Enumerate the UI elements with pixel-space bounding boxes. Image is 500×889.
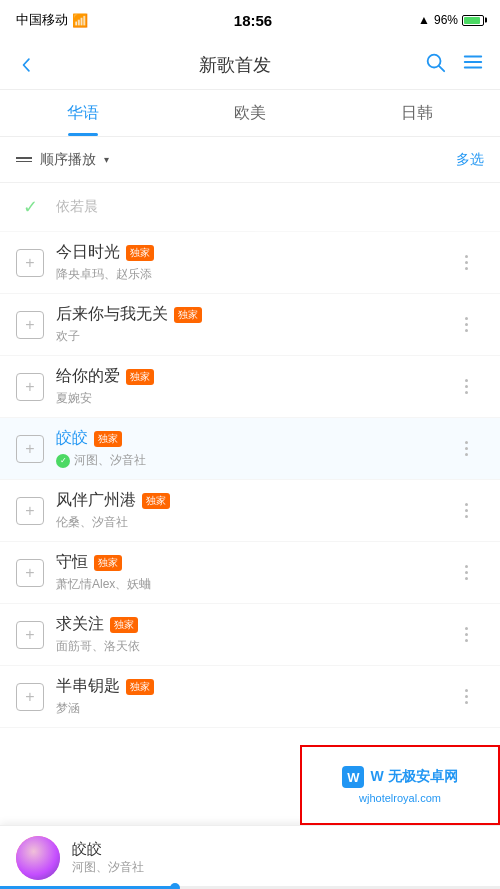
- header: 新歌首发: [0, 40, 500, 90]
- song-artist: 伦桑、汐音社: [56, 514, 448, 531]
- song-title[interactable]: 皎皎: [56, 428, 88, 449]
- add-song-button[interactable]: +: [16, 249, 44, 277]
- song-info: 后来你与我无关独家欢子: [56, 304, 448, 345]
- partial-artist-label: 依若晨: [56, 198, 98, 216]
- wifi-icon: 📶: [72, 13, 88, 28]
- menu-button[interactable]: [462, 51, 484, 78]
- exclusive-badge: 独家: [94, 431, 122, 447]
- playmode-label: 顺序播放: [40, 151, 96, 169]
- exclusive-badge: 独家: [126, 369, 154, 385]
- exclusive-badge: 独家: [174, 307, 202, 323]
- song-title[interactable]: 半串钥匙: [56, 676, 120, 697]
- list-item: +皎皎独家河图、汐音社: [0, 418, 500, 480]
- battery-label: 96%: [434, 13, 458, 27]
- song-more-button[interactable]: [448, 493, 484, 529]
- watermark-logo: W W 无极安卓网: [342, 766, 457, 788]
- song-more-button[interactable]: [448, 245, 484, 281]
- list-item: +守恒独家萧忆情Alex、妖蛐: [0, 542, 500, 604]
- song-info: 风伴广州港独家伦桑、汐音社: [56, 490, 448, 531]
- list-item: +给你的爱独家夏婉安: [0, 356, 500, 418]
- song-info: 皎皎独家河图、汐音社: [56, 428, 448, 469]
- song-more-button[interactable]: [448, 369, 484, 405]
- song-title[interactable]: 给你的爱: [56, 366, 120, 387]
- status-left: 中国移动 📶: [16, 11, 88, 29]
- song-artist: 面筋哥、洛天依: [56, 638, 448, 655]
- exclusive-badge: 独家: [110, 617, 138, 633]
- multiselect-button[interactable]: 多选: [456, 151, 484, 169]
- back-button[interactable]: [16, 55, 46, 75]
- song-more-button[interactable]: [448, 617, 484, 653]
- back-icon: [16, 55, 36, 75]
- song-more-button[interactable]: [448, 307, 484, 343]
- now-playing-artist: 河图、汐音社: [72, 859, 484, 876]
- song-artist: 梦涵: [56, 700, 448, 717]
- signal-icon: ▲: [418, 13, 430, 27]
- time-label: 18:56: [234, 12, 272, 29]
- song-artist: 欢子: [56, 328, 448, 345]
- verified-check-icon: ✓: [16, 193, 44, 221]
- song-title-row: 皎皎独家: [56, 428, 448, 449]
- list-item: ✓ 依若晨: [0, 183, 500, 232]
- song-title-row: 求关注独家: [56, 614, 448, 635]
- song-artist: 河图、汐音社: [56, 452, 448, 469]
- exclusive-badge: 独家: [142, 493, 170, 509]
- watermark-overlay: W W 无极安卓网 wjhotelroyal.com: [300, 745, 500, 825]
- verified-icon: [56, 454, 70, 468]
- song-title-row: 风伴广州港独家: [56, 490, 448, 511]
- svg-line-1: [439, 66, 444, 71]
- song-more-button[interactable]: [448, 555, 484, 591]
- add-song-button[interactable]: +: [16, 559, 44, 587]
- list-item: +今日时光独家降央卓玛、赵乐添: [0, 232, 500, 294]
- add-song-button[interactable]: +: [16, 621, 44, 649]
- song-title[interactable]: 求关注: [56, 614, 104, 635]
- song-list: +今日时光独家降央卓玛、赵乐添+后来你与我无关独家欢子+给你的爱独家夏婉安+皎皎…: [0, 232, 500, 728]
- playmode-button[interactable]: 顺序播放 ▾: [16, 151, 109, 169]
- status-bar: 中国移动 📶 18:56 ▲ 96%: [0, 0, 500, 40]
- song-artist: 萧忆情Alex、妖蛐: [56, 576, 448, 593]
- song-more-button[interactable]: [448, 679, 484, 715]
- chevron-down-icon: ▾: [104, 154, 109, 165]
- song-title-row: 守恒独家: [56, 552, 448, 573]
- search-button[interactable]: [424, 51, 446, 78]
- song-title[interactable]: 守恒: [56, 552, 88, 573]
- toolbar: 顺序播放 ▾ 多选: [0, 137, 500, 183]
- list-item: +风伴广州港独家伦桑、汐音社: [0, 480, 500, 542]
- song-more-button[interactable]: [448, 431, 484, 467]
- now-playing-info: 皎皎 河图、汐音社: [72, 840, 484, 876]
- song-artist: 夏婉安: [56, 390, 448, 407]
- now-playing-bar[interactable]: 皎皎 河图、汐音社: [0, 825, 500, 889]
- status-right: ▲ 96%: [418, 13, 484, 27]
- tab-japanese-korean[interactable]: 日韩: [333, 90, 500, 136]
- exclusive-badge: 独家: [126, 679, 154, 695]
- song-title[interactable]: 今日时光: [56, 242, 120, 263]
- song-title-row: 今日时光独家: [56, 242, 448, 263]
- song-info: 给你的爱独家夏婉安: [56, 366, 448, 407]
- list-item: +后来你与我无关独家欢子: [0, 294, 500, 356]
- song-list-container: ✓ 依若晨 +今日时光独家降央卓玛、赵乐添+后来你与我无关独家欢子+给你的爱独家…: [0, 183, 500, 792]
- tab-chinese[interactable]: 华语: [0, 90, 167, 136]
- now-playing-title: 皎皎: [72, 840, 484, 859]
- song-title-row: 给你的爱独家: [56, 366, 448, 387]
- header-actions: [424, 51, 484, 78]
- song-title[interactable]: 后来你与我无关: [56, 304, 168, 325]
- song-info: 守恒独家萧忆情Alex、妖蛐: [56, 552, 448, 593]
- song-artist: 降央卓玛、赵乐添: [56, 266, 448, 283]
- song-title-row: 后来你与我无关独家: [56, 304, 448, 325]
- song-title[interactable]: 风伴广州港: [56, 490, 136, 511]
- exclusive-badge: 独家: [126, 245, 154, 261]
- song-title-row: 半串钥匙独家: [56, 676, 448, 697]
- shuffle-icon: [16, 157, 32, 162]
- add-song-button[interactable]: +: [16, 311, 44, 339]
- list-item: +半串钥匙独家梦涵: [0, 666, 500, 728]
- battery-icon: [462, 15, 484, 26]
- list-item: +求关注独家面筋哥、洛天依: [0, 604, 500, 666]
- add-song-button[interactable]: +: [16, 497, 44, 525]
- exclusive-badge: 独家: [94, 555, 122, 571]
- add-song-button[interactable]: +: [16, 373, 44, 401]
- carrier-label: 中国移动: [16, 11, 68, 29]
- tab-western[interactable]: 欧美: [167, 90, 334, 136]
- song-info: 求关注独家面筋哥、洛天依: [56, 614, 448, 655]
- add-song-button[interactable]: +: [16, 683, 44, 711]
- song-info: 半串钥匙独家梦涵: [56, 676, 448, 717]
- add-song-button[interactable]: +: [16, 435, 44, 463]
